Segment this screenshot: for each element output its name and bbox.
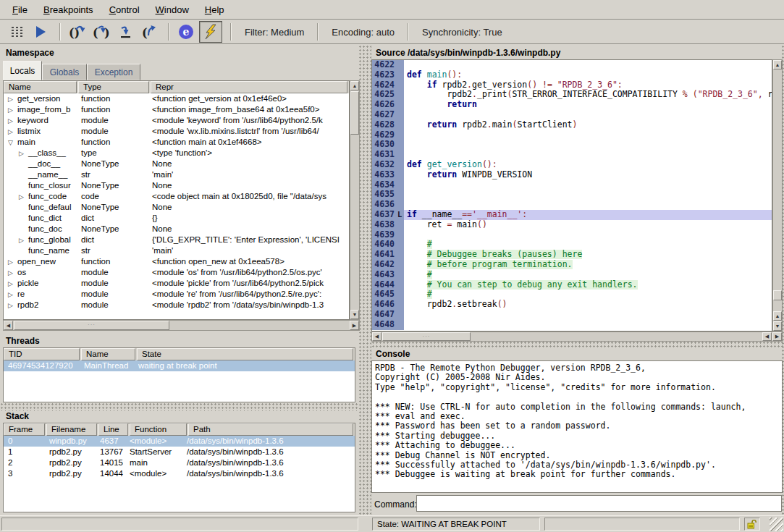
table-row[interactable]: ▷__class__type<type 'function'>: [4, 148, 349, 159]
table-row[interactable]: ▷open_newfunction<function open_new at 0…: [4, 256, 349, 267]
gutter-margin[interactable]: [397, 250, 404, 260]
table-row[interactable]: func_namestr'main': [4, 245, 349, 256]
expand-closed-icon[interactable]: ▷: [8, 94, 17, 104]
line-number[interactable]: 4627: [372, 110, 397, 120]
threads-table[interactable]: TIDNameState 46974534127920MainThreadwai…: [3, 347, 355, 402]
line-number[interactable]: 4647: [372, 310, 397, 320]
table-row[interactable]: ▷keywordmodule<module 'keyword' from '/u…: [4, 115, 349, 126]
expand-open-icon[interactable]: ▽: [8, 138, 17, 148]
menu-control[interactable]: Control: [101, 1, 148, 18]
gutter-margin[interactable]: [397, 280, 404, 290]
menu-window[interactable]: Window: [148, 1, 197, 18]
gutter-margin[interactable]: [397, 120, 404, 130]
gutter-margin[interactable]: [397, 130, 404, 140]
menu-breakpoints[interactable]: Breakpoints: [35, 1, 101, 18]
line-number[interactable]: 4646: [372, 300, 397, 310]
expand-closed-icon[interactable]: ▷: [8, 279, 17, 289]
expand-closed-icon[interactable]: ▷: [8, 257, 17, 267]
scroll-up-icon[interactable]: ▲: [350, 81, 359, 90]
column-header-state[interactable]: State: [137, 348, 353, 360]
line-number[interactable]: 4633: [372, 170, 397, 180]
column-header-name[interactable]: Name: [81, 348, 135, 360]
menu-help[interactable]: Help: [197, 1, 232, 18]
source-code[interactable]: 46224623def main():4624 if rpdb2.get_ver…: [371, 59, 772, 332]
scroll-thumb[interactable]: [773, 290, 782, 300]
line-number[interactable]: 4640: [372, 240, 397, 250]
expand-closed-icon[interactable]: ▷: [19, 235, 28, 245]
tab-locals[interactable]: Locals: [3, 61, 42, 80]
line-number[interactable]: 4648: [372, 320, 397, 330]
gutter-margin[interactable]: [397, 240, 404, 250]
gutter-margin[interactable]: [397, 270, 404, 280]
scroll-thumb[interactable]: [350, 91, 359, 135]
scroll-left-icon[interactable]: ◀: [372, 332, 382, 341]
table-row[interactable]: ▷picklemodule<module 'pickle' from '/usr…: [4, 278, 349, 289]
gutter-margin[interactable]: [397, 100, 404, 110]
expand-closed-icon[interactable]: ▷: [8, 127, 17, 137]
scroll-thumb[interactable]: ···: [382, 332, 471, 341]
table-row[interactable]: func_defaulNoneTypeNone: [4, 202, 349, 213]
gutter-margin[interactable]: [397, 290, 404, 300]
gutter-margin[interactable]: [397, 180, 404, 190]
table-row[interactable]: ▽mainfunction<function main at 0x1ef4668…: [4, 137, 349, 148]
line-number[interactable]: 4645: [372, 290, 397, 300]
line-number[interactable]: 4628: [372, 120, 397, 130]
table-row[interactable]: 3rpdb2.py14044<module>/data/sys/bin/winp…: [4, 468, 355, 479]
run-to-line-button[interactable]: [114, 22, 136, 42]
line-number[interactable]: 4644: [372, 280, 397, 290]
namespace-vscrollbar[interactable]: ▲ ▼: [350, 80, 360, 320]
command-input[interactable]: [416, 495, 782, 512]
namespace-hscrollbar[interactable]: ◀ ··· ▶: [3, 320, 360, 331]
line-number[interactable]: 4624: [372, 80, 397, 90]
line-number[interactable]: 4638: [372, 220, 397, 230]
table-row[interactable]: func_closurNoneTypeNone: [4, 180, 349, 191]
stack-table[interactable]: FrameFilenameLineFunctionPath 0winpdb.py…: [3, 423, 355, 512]
table-row[interactable]: ▷rpdb2module<module 'rpdb2' from '/data/…: [4, 300, 349, 311]
gutter-margin[interactable]: [397, 220, 404, 230]
line-number[interactable]: 4632: [372, 160, 397, 170]
scroll-right-icon[interactable]: ▶: [350, 321, 359, 330]
vertical-splitter[interactable]: [358, 45, 371, 515]
break-button[interactable]: [6, 22, 28, 42]
table-row[interactable]: ▷func_globaldict{'DLG_EXPR_TITLE': 'Ente…: [4, 235, 349, 245]
table-row[interactable]: __doc__NoneTypeNone: [4, 159, 349, 169]
encoding-label[interactable]: Encoding: auto: [324, 27, 402, 38]
line-number[interactable]: 4637: [372, 210, 397, 220]
go-button[interactable]: [30, 22, 51, 42]
filter-label[interactable]: Filter: Medium: [237, 27, 311, 38]
table-row[interactable]: 1rpdb2.py13767StartServer/data/sys/bin/w…: [4, 447, 355, 457]
source-vscrollbar[interactable]: ▲ ▲ ▼: [772, 59, 783, 332]
gutter-margin[interactable]: [397, 310, 404, 320]
column-header-function[interactable]: Function: [130, 423, 187, 436]
column-header-filename[interactable]: Filename: [46, 423, 97, 436]
line-number[interactable]: 4625: [372, 90, 397, 100]
table-row[interactable]: ▷get_versionfunction<function get_versio…: [4, 93, 349, 104]
line-number[interactable]: 4642: [372, 260, 397, 270]
column-header-path[interactable]: Path: [188, 423, 353, 436]
current-line-marker[interactable]: L: [397, 210, 404, 220]
column-header-frame[interactable]: Frame: [4, 423, 45, 436]
table-row[interactable]: 2rpdb2.py14015main/data/sys/bin/winpdb-1…: [4, 457, 355, 468]
source-console-splitter[interactable]: [371, 341, 783, 347]
expand-closed-icon[interactable]: ▷: [8, 105, 17, 115]
gutter-margin[interactable]: [397, 170, 404, 180]
column-header-repr[interactable]: Repr: [151, 81, 347, 93]
gutter-margin[interactable]: [397, 140, 404, 150]
menu-file[interactable]: File: [4, 1, 35, 18]
scroll-left-icon[interactable]: ◀: [762, 332, 772, 341]
encoding-button[interactable]: e: [175, 22, 197, 42]
expand-closed-icon[interactable]: ▷: [19, 192, 28, 202]
gutter-margin[interactable]: [397, 80, 404, 90]
tab-exception[interactable]: Exception: [87, 64, 140, 80]
gutter-margin[interactable]: [397, 230, 404, 240]
table-row[interactable]: ▷image_from_bfunction<function image_fro…: [4, 104, 349, 115]
gutter-margin[interactable]: [397, 110, 404, 120]
line-number[interactable]: 4630: [372, 140, 397, 150]
synchronicity-button[interactable]: [199, 21, 222, 43]
gutter-margin[interactable]: [397, 200, 404, 210]
source-hscrollbar[interactable]: ◀ ··· ◀ ▶: [371, 332, 783, 342]
gutter-margin[interactable]: [397, 60, 404, 70]
scroll-down-icon[interactable]: ▼: [773, 321, 782, 331]
gutter-margin[interactable]: [397, 190, 404, 200]
table-row[interactable]: func_dictdict{}: [4, 213, 349, 224]
